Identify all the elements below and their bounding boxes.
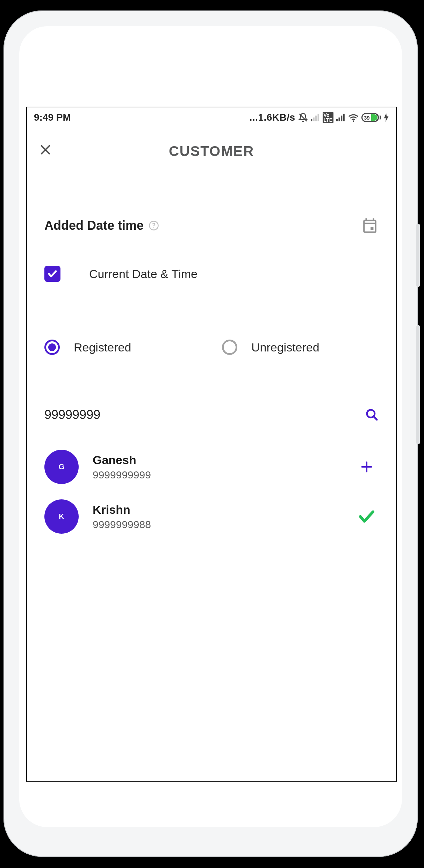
svg-rect-5 (336, 119, 338, 121)
radio-registered-circle (44, 340, 60, 355)
close-icon (39, 144, 51, 156)
svg-rect-1 (311, 119, 312, 121)
customer-avatar: K (44, 499, 79, 534)
customer-list: GGanesh9999999999KKrishn9999999988 (44, 442, 379, 541)
customer-name: Krishn (93, 503, 343, 517)
selected-button[interactable] (357, 507, 376, 526)
svg-rect-7 (341, 116, 342, 121)
battery-percent: 39 (364, 114, 370, 121)
radio-unregistered-label: Unregistered (251, 341, 319, 354)
screen: 9:49 PM ...1.6KB/s VoLTE 39 (26, 107, 397, 782)
customer-name: Ganesh (93, 453, 343, 467)
search-input[interactable] (44, 407, 365, 422)
radio-unregistered[interactable]: Unregistered (222, 340, 379, 355)
status-right: ...1.6KB/s VoLTE 39 (250, 112, 389, 123)
status-time: 9:49 PM (34, 112, 71, 123)
radio-unregistered-circle (222, 340, 237, 355)
calendar-icon[interactable] (361, 217, 379, 234)
customer-avatar: G (44, 450, 79, 484)
radio-dot-icon (48, 343, 56, 351)
svg-point-9 (353, 120, 354, 122)
status-bar: 9:49 PM ...1.6KB/s VoLTE 39 (27, 107, 396, 128)
svg-rect-6 (339, 118, 340, 121)
dnd-icon (298, 113, 308, 122)
phone-side-button-bottom (416, 325, 420, 444)
radio-registered[interactable]: Registered (44, 340, 201, 355)
help-icon[interactable] (149, 220, 159, 231)
customer-phone: 9999999999 (93, 469, 343, 481)
customer-type-radio-group: Registered Unregistered (44, 340, 379, 355)
net-speed: ...1.6KB/s (250, 112, 295, 123)
battery-indicator: 39 (361, 113, 381, 122)
signal-weak-icon (311, 114, 320, 121)
customer-phone: 9999999988 (93, 519, 343, 531)
search-row (44, 407, 379, 430)
signal-full-icon (336, 114, 345, 121)
customer-text: Krishn9999999988 (93, 503, 343, 531)
customer-list-item[interactable]: KKrishn9999999988 (44, 492, 379, 541)
svg-rect-8 (343, 114, 345, 121)
check-icon (357, 507, 376, 526)
volte-badge: VoLTE (323, 112, 333, 123)
search-icon[interactable] (365, 408, 379, 421)
datetime-section-header: Added Date time (44, 217, 379, 234)
customer-list-item[interactable]: GGanesh9999999999 (44, 442, 379, 492)
svg-point-13 (153, 227, 154, 228)
radio-registered-label: Registered (74, 341, 131, 354)
content-area: Added Date time Current Date & Time (27, 217, 396, 541)
wifi-icon (348, 113, 359, 122)
svg-rect-3 (315, 116, 317, 121)
charging-icon (383, 113, 389, 122)
datetime-label: Added Date time (44, 218, 144, 233)
current-datetime-label: Current Date & Time (89, 267, 197, 281)
datetime-label-group: Added Date time (44, 218, 159, 233)
page-title: CUSTOMER (169, 143, 254, 159)
add-button[interactable] (357, 457, 376, 477)
current-datetime-row: Current Date & Time (44, 266, 379, 301)
close-button[interactable] (37, 141, 54, 158)
svg-line-16 (374, 417, 377, 420)
app-header: CUSTOMER (27, 128, 396, 175)
check-icon (47, 269, 58, 279)
phone-bezel: 9:49 PM ...1.6KB/s VoLTE 39 (19, 26, 402, 827)
phone-frame: 9:49 PM ...1.6KB/s VoLTE 39 (3, 10, 418, 857)
svg-rect-14 (371, 227, 373, 230)
current-datetime-checkbox[interactable] (44, 266, 60, 282)
svg-rect-2 (313, 118, 314, 121)
svg-rect-4 (317, 114, 319, 121)
phone-side-button-top (416, 224, 420, 287)
customer-text: Ganesh9999999999 (93, 453, 343, 481)
plus-icon (360, 461, 373, 473)
